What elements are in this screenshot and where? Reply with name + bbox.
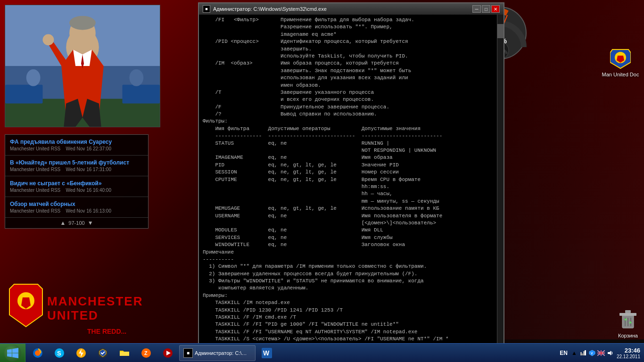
taskbar-firefox[interactable] bbox=[27, 345, 48, 362]
taskbar-skype[interactable]: S bbox=[49, 345, 70, 362]
cmd-line: TASKKILL /F /IM cmd.exe /T bbox=[203, 314, 500, 321]
cmd-line: [<домен>\]<пользователь> bbox=[203, 220, 500, 227]
news-feed: ФА предъявила обвинения Суаресу Manchest… bbox=[5, 134, 149, 229]
recycle-bin-icon[interactable]: Корзина bbox=[617, 308, 639, 338]
cmd-line: ---------- bbox=[203, 256, 500, 263]
cmd-taskbar-label: Администратор: C:\Windows\System32\cmd.e… bbox=[195, 350, 251, 356]
cmd-window: ■ Администратор: C:\Windows\System32\cmd… bbox=[198, 2, 504, 346]
cmd-scrollbar[interactable] bbox=[497, 15, 504, 346]
svg-rect-42 bbox=[582, 354, 583, 355]
svg-marker-48 bbox=[608, 351, 611, 355]
cmd-line: Примеры: bbox=[203, 292, 500, 299]
clock-date: 22.12.2011 bbox=[617, 354, 640, 359]
cmd-line: /F Принудительное завершение процесса. bbox=[203, 104, 500, 111]
svg-point-10 bbox=[129, 69, 143, 86]
cmd-line: Имя фильтра Допустимые операторы Допусти… bbox=[203, 125, 500, 132]
cmd-line: завершить. bbox=[203, 46, 500, 53]
trash-icon bbox=[617, 308, 639, 331]
taskbar-thunder[interactable] bbox=[71, 345, 91, 362]
news-item[interactable]: Обзор матчей сборных Manchester United R… bbox=[5, 197, 148, 218]
svg-text:Z: Z bbox=[144, 350, 148, 356]
news-pagination: ▲ 97-100 ▼ bbox=[5, 218, 148, 228]
cmd-title-icon: ■ bbox=[203, 5, 210, 13]
cmd-line: Используйте TaskList, чтобы получить PID… bbox=[203, 53, 500, 60]
prev-arrow[interactable]: ▲ bbox=[60, 220, 66, 226]
tray-expand[interactable]: ▲ bbox=[570, 349, 578, 357]
cmd-line: TASKKILL /F /FI "PID ge 1000" /FI "WINDO… bbox=[203, 321, 500, 328]
news-meta: Manchester United RSS Wed Nov 16 16:40:0… bbox=[10, 188, 143, 193]
cmd-line: Примечание bbox=[203, 249, 500, 256]
shield-doc-icon bbox=[609, 47, 632, 70]
cmd-line: --------------- ------------------------… bbox=[203, 132, 500, 140]
tray-volume[interactable] bbox=[606, 349, 614, 357]
cmd-line: SERVICES eq, ne Имя службы bbox=[203, 234, 500, 241]
cmd-line: STATUS eq, ne RUNNING | bbox=[203, 140, 500, 147]
scroll-thumb[interactable] bbox=[497, 24, 504, 38]
news-meta: Manchester United RSS Wed Nov 16 16:13:0… bbox=[10, 208, 143, 214]
cmd-line: hh — часы, bbox=[203, 190, 500, 197]
start-orb-icon bbox=[4, 345, 21, 362]
news-title: Видич не сыграет с «Бенфикой» bbox=[10, 180, 143, 187]
language-indicator[interactable]: EN bbox=[560, 350, 568, 356]
cmd-line: Фильтры: bbox=[203, 118, 500, 125]
news-item[interactable]: Видич не сыграет с «Бенфикой» Manchester… bbox=[5, 176, 148, 197]
svg-text:W: W bbox=[263, 349, 270, 357]
news-title: В «Юнайтед» пришел 5-летний футболист bbox=[10, 159, 143, 166]
cmd-line: MODULES eq, ne Имя DLL bbox=[203, 227, 500, 234]
cmd-line: SESSION eq, ne, gt, lt, ge, le Номер сес… bbox=[203, 169, 500, 176]
window-controls: ─ □ ✕ bbox=[472, 5, 500, 13]
desktop: ФА предъявила обвинения Суаресу Manchest… bbox=[0, 0, 644, 362]
taskbar-word[interactable]: W bbox=[256, 345, 277, 362]
cmd-line: 3) Фильтры "WINDOWTITLE" и "STATUS" не п… bbox=[203, 278, 500, 285]
clock-time: 23:46 bbox=[617, 347, 640, 354]
close-button[interactable]: ✕ bbox=[491, 5, 500, 13]
cmd-line: /? Вывод справки по использованию. bbox=[203, 111, 500, 118]
svg-text:MANCHESTER: MANCHESTER bbox=[47, 294, 143, 308]
cmd-line: imagename eq acme* bbox=[203, 31, 500, 38]
cmd-line: /T Завершение указанного процесса bbox=[203, 89, 500, 96]
svg-rect-35 bbox=[120, 352, 129, 356]
taskbar-media[interactable] bbox=[157, 345, 178, 362]
cmd-line: 2) Завершение удаленных процессов всегда… bbox=[203, 271, 500, 278]
taskbar-cmd-open[interactable]: ■ Администратор: C:\Windows\System32\cmd… bbox=[179, 345, 256, 361]
news-meta: Manchester United RSS Wed Nov 16 22:37:0… bbox=[10, 146, 143, 151]
news-item[interactable]: В «Юнайтед» пришел 5-летний футболист Ma… bbox=[5, 156, 148, 176]
cmd-titlebar[interactable]: ■ Администратор: C:\Windows\System32\cmd… bbox=[199, 3, 504, 15]
svg-rect-44 bbox=[583, 351, 585, 355]
system-tray: ▲ V bbox=[570, 349, 614, 357]
svg-rect-8 bbox=[122, 85, 160, 104]
clock[interactable]: 23:46 22.12.2011 bbox=[617, 347, 640, 359]
cmd-line: завершить. Знак подстановки "*" может бы… bbox=[203, 67, 500, 74]
taskbar-app1[interactable]: Z bbox=[136, 345, 157, 362]
taskbar-folder[interactable] bbox=[114, 345, 135, 362]
svg-point-5 bbox=[69, 16, 96, 30]
taskbar-shield-app[interactable] bbox=[92, 345, 113, 362]
cmd-line: использован для указания всех заданий ил… bbox=[203, 74, 500, 82]
news-item[interactable]: ФА предъявила обвинения Суаресу Manchest… bbox=[5, 135, 148, 156]
cmd-taskbar-icon: ■ bbox=[183, 348, 193, 358]
cmd-line: имен образов. bbox=[203, 82, 500, 89]
start-button[interactable] bbox=[0, 344, 25, 362]
cmd-line: hh:mm:ss. bbox=[203, 183, 500, 190]
tray-network[interactable] bbox=[579, 349, 587, 357]
cmd-line: NOT RESPONDING | UNKNOWN bbox=[203, 147, 500, 154]
svg-text:THE REDD...: THE REDD... bbox=[87, 328, 126, 335]
cmd-content[interactable]: /FI <Фильтр> Применение фильтра для выбо… bbox=[199, 15, 504, 346]
svg-rect-43 bbox=[580, 352, 582, 355]
cmd-line: TASKKILL /IM notepad.exe bbox=[203, 299, 500, 306]
cmd-line: mm — минуты, ss — секунды bbox=[203, 198, 500, 205]
tray-security[interactable]: V bbox=[588, 349, 596, 357]
minimize-button[interactable]: ─ bbox=[472, 5, 481, 13]
cmd-line: TASKKILL /S <система> /U <домен>\<пользо… bbox=[203, 336, 500, 343]
man-united-doc-label: Man United Doc bbox=[602, 72, 639, 77]
svg-rect-24 bbox=[625, 310, 631, 313]
cmd-line: CPUTIME eq, ne, gt, lt, ge, le Время CPU… bbox=[203, 176, 500, 183]
man-united-doc-icon[interactable]: Man United Doc bbox=[602, 47, 639, 77]
cmd-line: TASKKILL /PID 1230 /PID 1241 /PID 1253 /… bbox=[203, 307, 500, 314]
mu-logo-svg: MANCHESTER UNITED THE REDD... bbox=[0, 280, 165, 341]
maximize-button[interactable]: □ bbox=[482, 5, 490, 13]
tray-en-flag[interactable] bbox=[597, 349, 605, 357]
taskbar-apps: S bbox=[25, 345, 556, 362]
next-arrow[interactable]: ▼ bbox=[88, 220, 93, 226]
svg-text:S: S bbox=[57, 350, 61, 357]
